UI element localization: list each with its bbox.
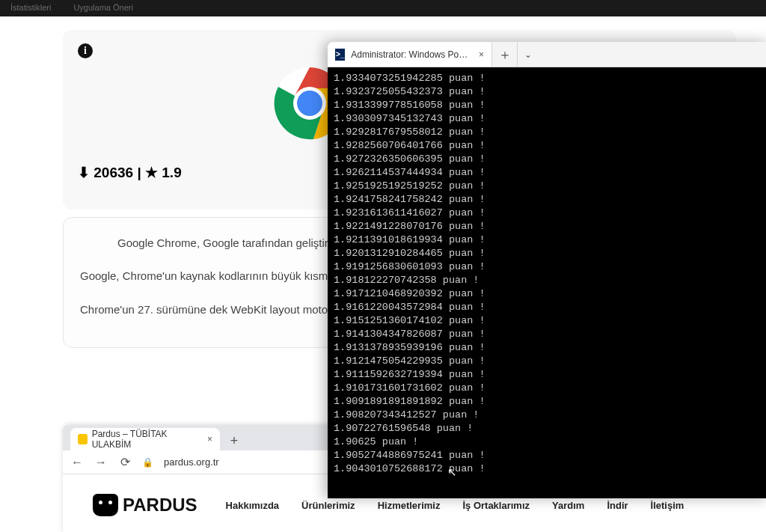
forward-icon[interactable]: → (94, 456, 108, 469)
tab-title: Pardus – TÜBİTAK ULAKBİM (92, 429, 198, 450)
favicon-icon (78, 434, 88, 444)
powershell-icon: >_ (335, 49, 345, 61)
chevron-down-icon[interactable]: ⌄ (518, 42, 539, 67)
new-tab-button[interactable]: + (224, 431, 244, 450)
terminal-tab[interactable]: >_ Administrator: Windows PowerShell × (328, 42, 492, 67)
svg-point-2 (297, 91, 322, 116)
pardus-wordmark: PARDUS (123, 495, 197, 516)
info-icon[interactable]: i (78, 43, 93, 58)
new-terminal-tab-button[interactable]: ＋ (492, 42, 518, 67)
nav-link[interactable]: İş Ortaklarımız (462, 500, 530, 511)
terminal-tab-title: Administrator: Windows PowerShell (351, 49, 468, 60)
back-icon[interactable]: ← (70, 456, 84, 469)
lock-icon: 🔒 (142, 457, 153, 468)
windows-terminal-window: >_ Administrator: Windows PowerShell × ＋… (328, 42, 766, 498)
close-icon[interactable]: × (479, 49, 484, 60)
top-strip-text: İstatistikleri (10, 3, 51, 13)
star-icon: ★ (145, 165, 158, 180)
nav-link[interactable]: İletişim (651, 500, 684, 511)
pardus-head-icon (93, 494, 118, 516)
terminal-output[interactable]: 1.9334073251942285 puan ! 1.932372505543… (328, 67, 766, 498)
rating-value: 1.9 (162, 165, 181, 180)
terminal-titlebar: >_ Administrator: Windows PowerShell × ＋… (328, 42, 766, 67)
top-strip-text: Uygulama Öneri (73, 3, 132, 13)
nav-link[interactable]: İndir (607, 500, 628, 511)
nav-link[interactable]: Hakkımızda (226, 500, 280, 511)
close-icon[interactable]: × (207, 434, 212, 444)
nav-link[interactable]: Ürünlerimiz (301, 500, 355, 511)
nav-link[interactable]: Yardım (552, 500, 584, 511)
browser-tab[interactable]: Pardus – TÜBİTAK ULAKBİM × (70, 428, 220, 450)
download-count: 20636 (94, 165, 133, 180)
reload-icon[interactable]: ⟳ (118, 455, 132, 469)
pardus-logo[interactable]: PARDUS (93, 494, 197, 516)
download-icon: ⬇ (78, 165, 90, 180)
nav-link[interactable]: Hizmetlerimiz (378, 500, 441, 511)
app-top-strip: İstatistikleri Uygulama Öneri (0, 0, 766, 16)
site-nav: HakkımızdaÜrünlerimizHizmetlerimizİş Ort… (226, 500, 684, 511)
